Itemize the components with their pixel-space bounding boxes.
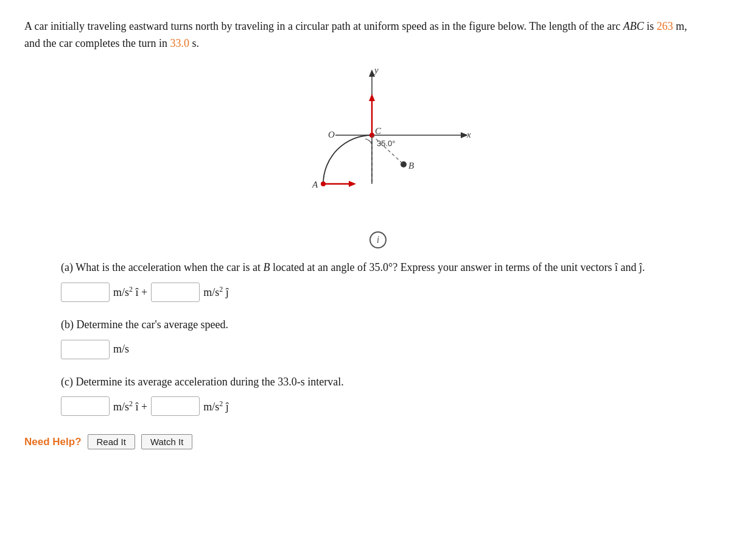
time-value: 33.0	[170, 37, 189, 49]
part-c-unit2: m/s2 ĵ	[203, 399, 229, 413]
part-a-unit2: m/s2 ĵ	[203, 285, 229, 299]
part-b-unit: m/s	[113, 343, 129, 356]
part-a-unit1: m/s2 î +	[113, 285, 147, 299]
part-b-answer-row: m/s	[61, 340, 732, 359]
part-c-answer-row: m/s2 î + m/s2 ĵ	[61, 396, 732, 416]
arc-value: 263	[657, 20, 673, 32]
need-help-label: Need Help?	[24, 436, 82, 448]
part-a-input1[interactable]	[61, 283, 110, 302]
part-c-text: (c) Determine its average acceleration d…	[61, 374, 732, 391]
part-b-input[interactable]	[61, 340, 110, 359]
time-intro: and the car completes the turn in	[24, 37, 170, 49]
figure-container: y x O A	[24, 62, 732, 220]
time-unit: s.	[189, 37, 199, 49]
figure-svg: y x O A	[275, 62, 481, 220]
problem-intro: A car initially traveling eastward turns…	[24, 18, 732, 52]
svg-text:y: y	[373, 65, 379, 75]
part-a-section: (a) What is the acceleration when the ca…	[61, 259, 732, 302]
svg-text:C: C	[375, 126, 382, 136]
part-a-answer-row: m/s2 î + m/s2 ĵ	[61, 283, 732, 302]
svg-text:A: A	[312, 180, 318, 189]
info-icon-container[interactable]: i	[24, 231, 732, 248]
need-help-row: Need Help? Read It Watch It	[24, 434, 732, 449]
arc-unit: m,	[673, 20, 687, 32]
part-c-input2[interactable]	[151, 396, 200, 416]
part-b-section: (b) Determine the car's average speed. m…	[61, 317, 732, 359]
part-c-section: (c) Determine its average acceleration d…	[61, 374, 732, 416]
part-c-unit1: m/s2 î +	[113, 399, 147, 413]
svg-text:35.0°: 35.0°	[377, 139, 396, 148]
part-a-input2[interactable]	[151, 283, 200, 302]
read-it-button[interactable]: Read It	[88, 434, 135, 449]
part-a-text: (a) What is the acceleration when the ca…	[61, 259, 732, 276]
svg-marker-11	[349, 181, 356, 187]
svg-text:x: x	[466, 130, 471, 139]
info-icon[interactable]: i	[369, 231, 387, 248]
watch-it-button[interactable]: Watch It	[141, 434, 192, 449]
part-c-input1[interactable]	[61, 396, 110, 416]
svg-marker-15	[369, 94, 375, 101]
svg-text:B: B	[408, 161, 414, 170]
part-b-text: (b) Determine the car's average speed.	[61, 317, 732, 334]
svg-text:O: O	[328, 130, 335, 139]
